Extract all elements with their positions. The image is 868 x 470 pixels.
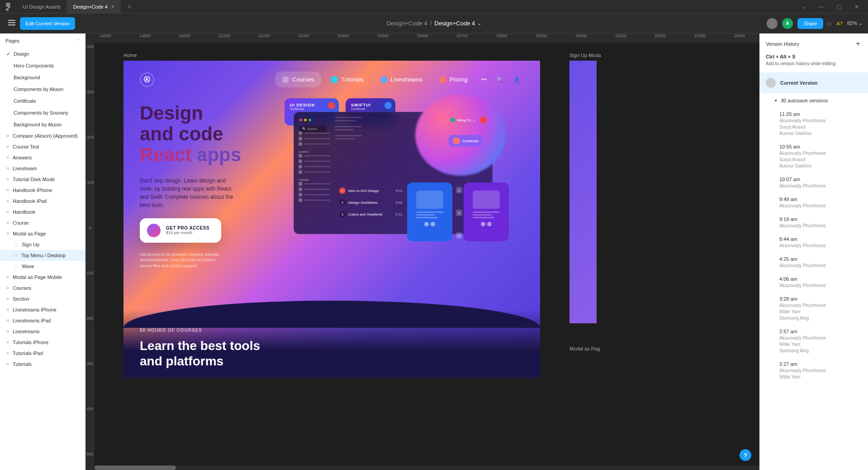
autosave-toggle[interactable]: 30 autosave versions [759,93,868,108]
main-menu-button[interactable] [5,17,18,29]
layer-item[interactable]: ⌗Modal as Page [0,228,85,239]
version-item[interactable]: 8:44 amAksonvady Phomhome [759,233,868,253]
hash-icon: ⌗ [6,296,9,302]
share-button[interactable]: Share [797,18,823,29]
missing-fonts-badge[interactable]: A? [836,21,842,26]
layer-item[interactable]: ⌗Livestreams iPad [0,315,85,326]
layer-item[interactable]: ⌗Livestreams [0,326,85,337]
hash-icon: ⌗ [6,144,9,149]
pages-header[interactable]: Pages ⌃ [0,34,85,48]
dotted-icon: ⬚ [14,264,18,269]
chevron-down-icon[interactable]: ⌄ [802,4,806,10]
hash-icon: ⌗ [6,361,9,367]
layers-panel: Pages ⌃ DesignHero ComponentsBackgroundC… [0,34,85,470]
canvas[interactable]: 1480014900150001510015200153001540015500… [85,34,759,470]
version-item[interactable]: 4:06 amAksonvady Phomhome [759,273,868,293]
layer-item[interactable]: ⌗Answers [0,152,85,163]
livestreams-icon [381,77,387,83]
version-item[interactable]: 2:57 amAksonvady PhomhomeWillie YamSamna… [759,325,868,358]
collaborator-avatar[interactable]: A [782,18,793,29]
close-icon[interactable]: × [111,4,114,10]
frame-label-home[interactable]: Home [123,53,137,58]
version-avatar [766,78,776,88]
layer-item[interactable]: ⌗Handbook iPad [0,196,85,206]
frame-signup[interactable] [569,61,597,323]
nav-tutorials[interactable]: Tutorials [324,72,370,87]
figma-logo[interactable] [0,3,16,11]
hours-title: Learn the best tools and platforms [140,338,524,369]
layer-item[interactable]: ⌗Course [0,217,85,228]
tab-label: UI Design Assets [23,4,61,10]
version-item[interactable]: 3:28 amAksonvady PhomhomeWillie YamSamna… [759,293,868,325]
brand-logo: Ⓚ [140,72,154,87]
nav-courses[interactable]: Courses [275,72,321,87]
user-avatar[interactable] [767,18,778,29]
layer-item[interactable]: ⌗Handbook [0,206,85,217]
tab-ui-design-assets[interactable]: UI Design Assets [16,0,67,14]
chevron-down-icon[interactable]: ⌄ [478,21,481,26]
tab-design-code-4[interactable]: Design+Code 4 × [67,0,121,14]
hours-label: 80 HOURS OF COURSES [140,328,524,333]
current-version-row[interactable]: Current Version [759,72,868,93]
layer-item[interactable]: ⌗Handbook iPhone [0,185,85,196]
page-item[interactable]: Components by Akson [0,83,85,95]
dotted-icon: ⬚ [14,243,18,247]
layer-item[interactable]: ⌗Course Test [0,141,85,152]
page-item[interactable]: Certificate [0,95,85,107]
layer-item[interactable]: ⬚Wave [0,261,85,272]
maximize-icon[interactable]: ▢ [837,4,842,10]
breadcrumb[interactable]: Design+Code 4 / Design+Code 4 ⌄ [387,20,482,27]
version-item[interactable]: 10:07 amAksonvady Phomhome [759,173,868,193]
minimize-icon[interactable]: — [819,4,824,10]
layer-item[interactable]: ⌗Tutorials iPhone [0,337,85,348]
layer-item[interactable]: ⌗Compare (Akson) (Approved) [0,130,85,141]
courses-icon [282,77,289,83]
present-icon[interactable]: ▷ [828,20,832,27]
pro-access-card[interactable]: GET PRO ACCESS $19 per month [140,218,221,243]
frame-home[interactable]: Ⓚ Courses Tutorials Livestreams Pricing … [123,61,540,378]
layer-item[interactable]: ⌗Tutorials [0,359,85,369]
version-item[interactable]: 4:25 amAksonvady Phomhome [759,253,868,273]
layer-item[interactable]: ⌗Courses [0,283,85,293]
page-item[interactable]: Background [0,72,85,83]
version-item[interactable]: 10:55 amAksonvady PhomhomeSurya AnandAun… [759,140,868,173]
layer-item[interactable]: ⌗Modal as Page Mobile [0,272,85,283]
nav-livestreams[interactable]: Livestreams [374,72,430,87]
version-item[interactable]: 9:19 amAksonvady Phomhome [759,213,868,233]
edit-version-button[interactable]: Edit Current Version [20,17,75,30]
close-window-icon[interactable]: ✕ [854,4,859,10]
layer-item[interactable]: ◇Top Menu / Desktop [0,250,85,261]
shortcut-hint: Add to version history while editing. [759,61,868,72]
frame-label-signup[interactable]: Sign Up Moda [569,53,601,58]
version-item[interactable]: 2:27 amAksonvady PhomhomeWillie Yam [759,358,868,384]
horizontal-scrollbar[interactable] [95,465,759,470]
hash-icon: ⌗ [6,340,9,345]
page-num-1: 1 [456,187,462,193]
window-controls: ⌄ — ▢ ✕ [802,4,868,10]
layer-item[interactable]: ⌗Section [0,293,85,304]
page-item[interactable]: Components by Sourany [0,107,85,119]
new-tab-button[interactable]: ＋ [121,3,138,11]
page-item[interactable]: Design [0,48,85,60]
search-icon[interactable]: 🔍 [493,73,507,86]
more-icon[interactable]: ••• [477,73,490,86]
frame-label-modal[interactable]: Modal as Pag [569,346,600,351]
layer-item[interactable]: ⌗Tutorial Dark Mode [0,174,85,185]
collapse-icon[interactable]: ⌃ [76,38,80,43]
layer-item[interactable]: ⌗Livestreams iPhone [0,304,85,315]
hash-icon: ⌗ [6,133,9,139]
help-button[interactable]: ? [740,449,751,461]
account-icon[interactable]: 👤 [510,73,524,86]
layer-item[interactable]: ⬚Sign Up [0,239,85,250]
version-item[interactable]: 11:25 amAksonvady PhomhomeSurya AnandAun… [759,108,868,140]
layer-item[interactable]: ⌗Tutorials iPad [0,348,85,359]
layer-item[interactable]: ⌗Livestream [0,163,85,174]
nav-pricing[interactable]: Pricing [432,72,475,87]
page-item[interactable]: Background by Akson [0,119,85,130]
page-item[interactable]: Hero Components [0,60,85,72]
hash-icon: ⌗ [6,166,9,171]
version-item[interactable]: 9:49 amAksonvady Phomhome [759,193,868,213]
hash-icon: ⌗ [6,350,9,356]
add-version-icon[interactable]: ＋ [854,39,862,48]
zoom-level[interactable]: 82% ⌄ [847,20,863,26]
